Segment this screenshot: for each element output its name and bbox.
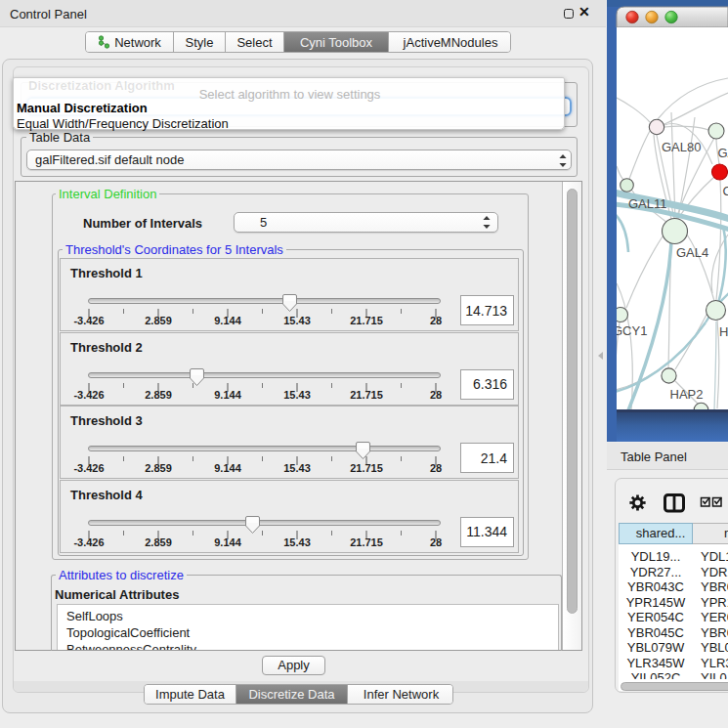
svg-text:HAP2: HAP2 (670, 387, 704, 402)
svg-text:GAL80: GAL80 (662, 140, 701, 154)
svg-text:GCY1: GCY1 (613, 323, 647, 338)
svg-text:C: C (723, 184, 728, 198)
svg-text:GA: GA (718, 146, 728, 160)
svg-text:GAL11: GAL11 (628, 196, 667, 211)
svg-text:GAL4: GAL4 (676, 245, 708, 260)
svg-text:H: H (719, 324, 728, 339)
